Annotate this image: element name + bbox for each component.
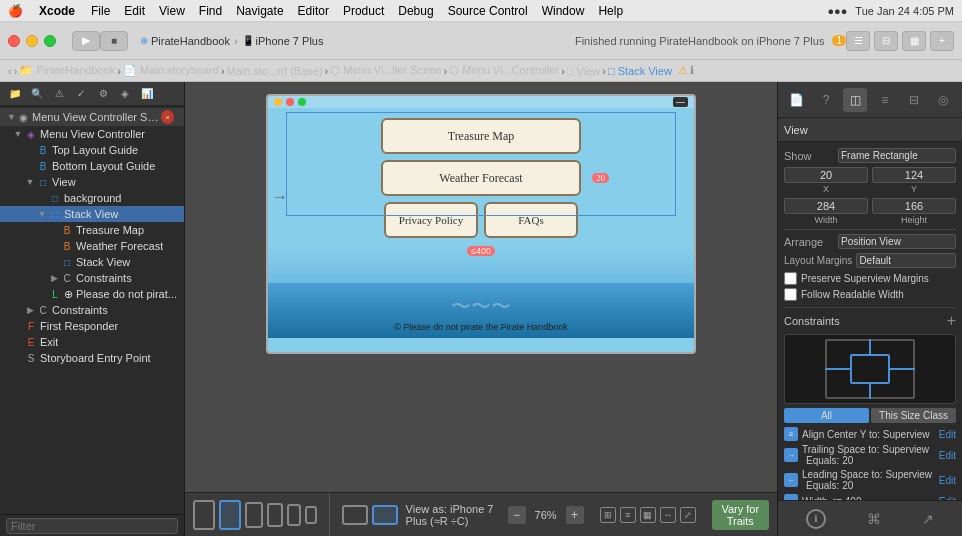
cr-edit-3[interactable]: Edit [939,475,956,486]
this-size-btn[interactable]: This Size Class [871,408,956,423]
navigator-toggle[interactable]: ☰ [846,31,870,51]
nav-debug-icon[interactable]: ⚙ [94,86,112,102]
vary-traits-button[interactable]: Vary for Traits [712,500,769,530]
follow-readable-check[interactable] [784,288,797,301]
add-constraint-btn[interactable]: + [947,312,956,330]
tree-treasure-map[interactable]: B Treasure Map [0,222,184,238]
tree-view[interactable]: ▼ □ View [0,174,184,190]
canvas-content[interactable]: — → Treasure Map Weather Forecast [185,82,777,492]
menu-edit[interactable]: Edit [124,4,145,18]
nav-back[interactable]: ‹ [8,65,12,77]
device-small-4[interactable] [305,506,317,524]
all-size-btn[interactable]: All [784,408,869,423]
cr-edit-1[interactable]: Edit [939,429,956,440]
close-button[interactable] [8,35,20,47]
inspector-quick-tab[interactable]: ? [814,88,838,112]
device-medium[interactable] [219,500,241,530]
zoom-in-button[interactable]: + [566,506,584,524]
tree-constraints[interactable]: ▶ C Constraints [0,270,184,286]
fit-icon[interactable]: ⤢ [680,507,696,523]
y-input[interactable] [872,167,956,183]
more-btn[interactable]: + [930,31,954,51]
nav-tests-icon[interactable]: ✓ [72,86,90,102]
tree-first-responder[interactable]: F First Responder [0,318,184,334]
device-small-3[interactable] [287,504,301,526]
device-full[interactable] [193,500,215,530]
arrange-select[interactable]: Position View [838,234,956,249]
bc-storyboard[interactable]: 📄 Main.storyboard [123,64,219,77]
apple-logo[interactable]: 🍎 [8,4,23,18]
tree-label[interactable]: L ⊕ Please do not pirat... [0,286,184,302]
btn-weather-forecast[interactable]: Weather Forecast 20 [381,160,581,196]
menu-find[interactable]: Find [199,4,222,18]
nav-reports-icon[interactable]: 📊 [138,86,156,102]
bc-project[interactable]: 📁 PirateHandbook [19,64,115,77]
inspector-key-btn[interactable]: ⌘ [867,511,881,527]
inspector-size-tab[interactable]: ⊟ [902,88,926,112]
list-icon[interactable]: ≡ [620,507,636,523]
inspector-share-btn[interactable]: ↗ [922,511,934,527]
tree-constraints2[interactable]: ▶ C Constraints [0,302,184,318]
btn-privacy-policy[interactable]: Privacy Policy [384,202,478,238]
cr-edit-2[interactable]: Edit [939,450,956,461]
menu-source-control[interactable]: Source Control [448,4,528,18]
menu-product[interactable]: Product [343,4,384,18]
grid-icon[interactable]: ⊞ [600,507,616,523]
bc-stackview[interactable]: □ Stack View [608,65,672,77]
nav-breakpoints-icon[interactable]: ◈ [116,86,134,102]
nav-folder-icon[interactable]: 📁 [6,86,24,102]
layout-icon[interactable]: ▦ [640,507,656,523]
zoom-out-button[interactable]: − [508,506,526,524]
btn-treasure-map[interactable]: Treasure Map [381,118,581,154]
btn-faqs[interactable]: FAQs [484,202,578,238]
inspector-connections-tab[interactable]: ◎ [931,88,955,112]
height-input[interactable] [872,198,956,214]
tree-background[interactable]: □ background [0,190,184,206]
tree-storyboard-entry[interactable]: S Storyboard Entry Point [0,350,184,366]
filter-input[interactable] [6,518,178,534]
x-input[interactable] [784,167,868,183]
minimize-button[interactable] [26,35,38,47]
maximize-button[interactable] [44,35,56,47]
tree-top-layout[interactable]: B Top Layout Guide [0,142,184,158]
inspector-identity-tab[interactable]: ◫ [843,88,867,112]
bc-view[interactable]: □ View [567,65,600,77]
width-input[interactable] [784,198,868,214]
inspector-file-tab[interactable]: 📄 [785,88,809,112]
landscape-icon[interactable] [372,505,398,525]
inspector-info-btn[interactable]: ℹ [806,509,826,529]
device-small-1[interactable] [245,502,263,528]
tree-stack-view[interactable]: ▼ □ Stack View [0,206,184,222]
device-small-2[interactable] [267,503,283,527]
tree-weather[interactable]: B Weather Forecast [0,238,184,254]
nav-issues-icon[interactable]: ⚠ [50,86,68,102]
tree-mvc[interactable]: ▼ ◈ Menu View Controller [0,126,184,142]
menu-editor[interactable]: Editor [298,4,329,18]
scene-header[interactable]: ▼ ◉ Menu View Controller Scene × [0,108,184,126]
menu-view[interactable]: View [159,4,185,18]
size-icon[interactable]: ↔ [660,507,676,523]
tree-stack-view2[interactable]: □ Stack View [0,254,184,270]
stop-button[interactable]: ■ [100,31,128,51]
layout-margins-select[interactable]: Default [856,253,956,268]
menu-help[interactable]: Help [598,4,623,18]
preserve-superview-check[interactable] [784,272,797,285]
device-selector[interactable]: 📱 iPhone 7 Plus [242,35,324,47]
tree-exit[interactable]: E Exit [0,334,184,350]
inspector-attr-tab[interactable]: ≡ [873,88,897,112]
debug-toggle[interactable]: ⊟ [874,31,898,51]
menu-debug[interactable]: Debug [398,4,433,18]
tree-bottom-layout[interactable]: B Bottom Layout Guide [0,158,184,174]
run-button[interactable]: ▶ [72,31,100,51]
nav-forward[interactable]: › [14,65,18,77]
bc-scene[interactable]: ⬡ Menu Vi...ller Scene [330,64,441,77]
show-select[interactable]: Frame Rectangle [838,148,956,163]
bc-base[interactable]: Main.sto...rd (Base) [227,65,323,77]
portrait-icon[interactable] [342,505,368,525]
nav-search-icon[interactable]: 🔍 [28,86,46,102]
project-name[interactable]: ⊕ PirateHandbook [140,35,230,47]
menu-window[interactable]: Window [542,4,585,18]
menu-file[interactable]: File [91,4,110,18]
inspector-toggle[interactable]: ▦ [902,31,926,51]
menu-navigate[interactable]: Navigate [236,4,283,18]
